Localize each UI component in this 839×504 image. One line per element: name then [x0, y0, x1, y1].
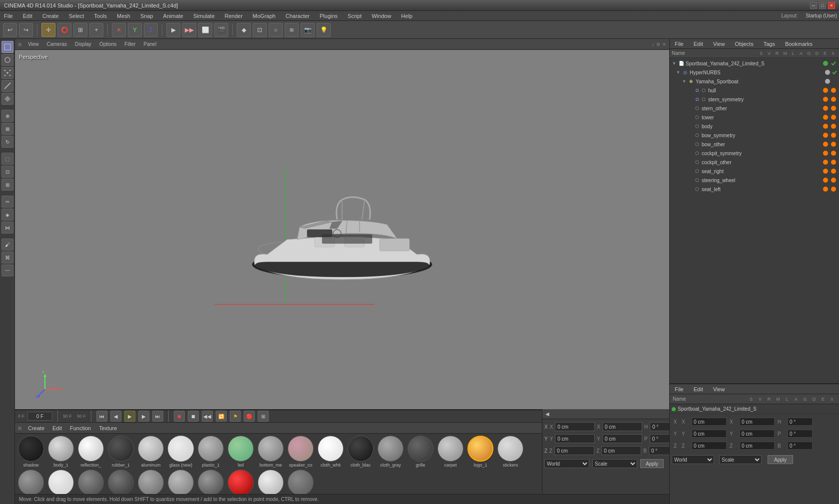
- layout-value[interactable]: Startup (User): [806, 13, 837, 18]
- mat-menu-create[interactable]: Create: [26, 423, 46, 433]
- toolbar-extrude[interactable]: ⊡: [253, 23, 267, 37]
- viewport-close-icon[interactable]: ✕: [662, 42, 666, 47]
- menu-mesh[interactable]: Mesh: [115, 11, 132, 20]
- viewport-menu-panel[interactable]: Panel: [142, 41, 159, 47]
- menu-character[interactable]: Character: [284, 11, 312, 20]
- x-pos-input[interactable]: [555, 422, 595, 431]
- material-speaker[interactable]: speaker_co: [287, 436, 315, 468]
- sidebar-move[interactable]: ⊕: [1, 110, 13, 122]
- transform-select[interactable]: Scale Move: [719, 455, 762, 464]
- material-plastic1[interactable]: plastic_1: [197, 436, 225, 468]
- sidebar-object-mode[interactable]: [1, 54, 13, 66]
- material-shadow[interactable]: shadow: [17, 436, 45, 468]
- pos-y-field[interactable]: [692, 430, 727, 438]
- attr-menu-edit[interactable]: Edit: [692, 384, 705, 394]
- toolbar-render-full[interactable]: ▶▶: [182, 23, 196, 37]
- obj-row-root[interactable]: ▼ 📄 Sportboat_Yamaha_242_Limited_S: [670, 59, 839, 68]
- toolbar-deform[interactable]: ≋: [285, 23, 299, 37]
- viewport-expand-icon[interactable]: ↕: [652, 42, 655, 47]
- loop-button[interactable]: 🔁: [216, 411, 227, 422]
- obj-row-steering[interactable]: ⬡ steering_wheel: [670, 176, 839, 185]
- timeline-grid-button[interactable]: ⊞: [258, 411, 269, 422]
- goto-end-button[interactable]: ⏭: [152, 411, 163, 422]
- menu-plugins[interactable]: Plugins: [318, 11, 340, 20]
- pos-z-field[interactable]: [692, 442, 727, 450]
- x-rot-input[interactable]: [602, 422, 642, 431]
- scl-b-field[interactable]: [788, 442, 813, 450]
- viewport-menu-display[interactable]: Display: [73, 41, 93, 47]
- rot-y-field[interactable]: [740, 430, 775, 438]
- menu-file[interactable]: File: [2, 11, 15, 20]
- toolbar-move[interactable]: ✛: [41, 23, 55, 37]
- close-button[interactable]: ✕: [828, 2, 835, 9]
- scl-h-field[interactable]: [788, 418, 813, 426]
- toolbar-x[interactable]: ✕: [112, 23, 126, 37]
- obj-row-body[interactable]: ⬡ body: [670, 122, 839, 131]
- material-rubber[interactable]: rubber_1: [107, 436, 135, 468]
- obj-row-hypernurbs[interactable]: ▼ ◎ HyperNURBS: [670, 68, 839, 77]
- prev-frame-button[interactable]: ◀: [110, 411, 121, 422]
- material-cloth-white[interactable]: cloth_whit: [317, 436, 345, 468]
- material-logo[interactable]: logo_1: [466, 436, 494, 468]
- sidebar-model-mode[interactable]: [1, 41, 13, 53]
- material-stickers[interactable]: stickers: [496, 436, 524, 468]
- toolbar-polygon[interactable]: ◆: [237, 23, 251, 37]
- current-frame-input[interactable]: [27, 412, 52, 421]
- obj-row-cockpit-sym[interactable]: ⬡ cockpit_symmetry: [670, 149, 839, 158]
- material-reflection[interactable]: reflection_: [77, 436, 105, 468]
- viewport-menu-view[interactable]: View: [26, 41, 41, 47]
- pos-x-field[interactable]: [692, 418, 727, 426]
- obj-row-bow-sym[interactable]: ⬡ bow_symmetry: [670, 131, 839, 140]
- y-pos-input[interactable]: [555, 434, 595, 443]
- toolbar-light[interactable]: 💡: [317, 23, 331, 37]
- play-forward-button[interactable]: ▶: [124, 411, 135, 422]
- sidebar-select-loop[interactable]: ⊞: [1, 179, 13, 191]
- obj-row-seat-right[interactable]: ⬡ seat_right: [670, 167, 839, 176]
- toolbar-undo[interactable]: ↩: [3, 23, 17, 37]
- attr-menu-view[interactable]: View: [711, 384, 727, 394]
- stop-button[interactable]: ⏹: [188, 411, 199, 422]
- toolbar-scale[interactable]: ⊞: [73, 23, 87, 37]
- toolbar-add[interactable]: +: [89, 23, 103, 37]
- toolbar-redo[interactable]: ↪: [19, 23, 33, 37]
- rot-z-field[interactable]: [740, 442, 775, 450]
- menu-window[interactable]: Window: [370, 11, 393, 20]
- mat-menu-edit[interactable]: Edit: [50, 423, 64, 433]
- mat-menu-texture[interactable]: Texture: [97, 423, 119, 433]
- minimize-button[interactable]: ─: [810, 2, 817, 9]
- obj-row-stern-other[interactable]: ⬡ stern_other: [670, 104, 839, 113]
- material-cloth-gray[interactable]: cloth_gray: [377, 436, 405, 468]
- toolbar-y[interactable]: Y: [128, 23, 142, 37]
- obj-row-cockpit-other[interactable]: ⬡ cockpit_other: [670, 158, 839, 167]
- material-glass[interactable]: glass (new): [167, 436, 195, 468]
- goto-start-button[interactable]: ⏮: [96, 411, 107, 422]
- sidebar-poly-mode[interactable]: [1, 93, 13, 105]
- material-cloth-black[interactable]: cloth_blac: [347, 436, 375, 468]
- toolbar-nurbs[interactable]: ○: [269, 23, 283, 37]
- obj-menu-bookmarks[interactable]: Bookmarks: [783, 39, 815, 48]
- viewport-menu-filter[interactable]: Filter: [122, 41, 137, 47]
- material-body1[interactable]: body_1: [47, 436, 75, 468]
- menu-render[interactable]: Render: [223, 11, 245, 20]
- maximize-button[interactable]: □: [819, 2, 826, 9]
- sidebar-rotate[interactable]: ↻: [1, 136, 13, 148]
- transform-mode-select[interactable]: Scale Move Rotate: [592, 459, 637, 468]
- keyframe-button[interactable]: ⚑: [230, 411, 241, 422]
- obj-row-yamaha[interactable]: ▼ ⊕ Yamaha_Sportboat: [670, 77, 839, 86]
- viewport-menu-options[interactable]: Options: [97, 41, 118, 47]
- sidebar-sculpt[interactable]: ⌘: [1, 252, 13, 263]
- z-rot-input[interactable]: [601, 446, 641, 455]
- coord-system-select[interactable]: World Local Object: [544, 459, 589, 468]
- sidebar-knife[interactable]: ✂: [1, 196, 13, 208]
- material-bottom[interactable]: bottom_me: [257, 436, 285, 468]
- sidebar-hair[interactable]: 〰: [1, 264, 13, 276]
- menu-help[interactable]: Help: [399, 11, 415, 20]
- viewport-menu-cameras[interactable]: Cameras: [45, 41, 69, 47]
- obj-menu-tags[interactable]: Tags: [762, 39, 777, 48]
- sidebar-select-rect[interactable]: ⬚: [1, 153, 13, 165]
- sidebar-paint[interactable]: 🖌: [1, 239, 13, 251]
- menu-snap[interactable]: Snap: [138, 11, 155, 20]
- viewport-canvas[interactable]: Perspective: [15, 50, 669, 409]
- toolbar-render-prev[interactable]: ▶: [166, 23, 180, 37]
- coord-sys-select[interactable]: World Local: [672, 455, 714, 464]
